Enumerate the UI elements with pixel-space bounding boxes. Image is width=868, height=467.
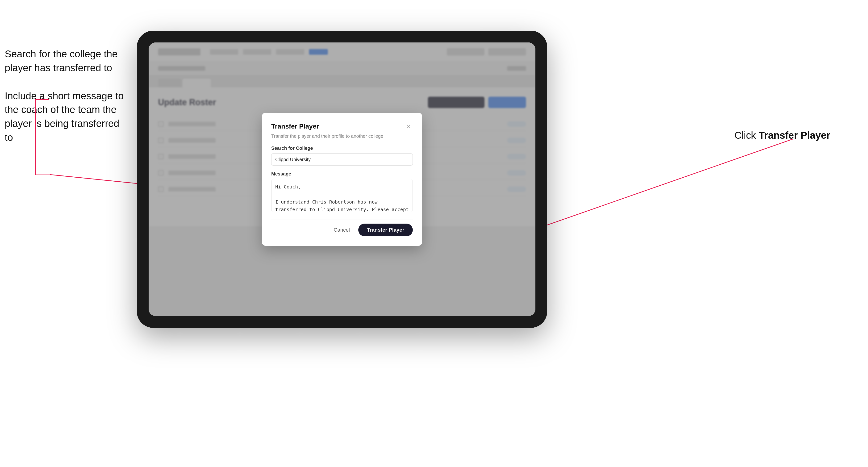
- svg-line-2: [538, 139, 793, 228]
- annotation-line2: Include a short message to the coach of …: [5, 89, 127, 145]
- left-annotation: Search for the college the player has tr…: [5, 47, 127, 159]
- modal-subtitle: Transfer the player and their profile to…: [271, 133, 413, 139]
- modal-close-button[interactable]: ×: [404, 122, 413, 131]
- annotation-line1: Search for the college the player has tr…: [5, 47, 127, 75]
- message-label: Message: [271, 171, 413, 177]
- annotation-right-bold: Transfer Player: [758, 130, 830, 141]
- transfer-player-button[interactable]: Transfer Player: [358, 224, 413, 236]
- message-textarea[interactable]: Hi Coach, I understand Chris Robertson h…: [271, 179, 413, 212]
- bracket-top: [35, 99, 49, 100]
- annotation-right-text: Click: [735, 130, 759, 141]
- modal-footer: Cancel Transfer Player: [271, 220, 413, 236]
- college-label: Search for College: [271, 146, 413, 151]
- modal-header: Transfer Player ×: [271, 122, 413, 131]
- modal-title: Transfer Player: [271, 123, 319, 130]
- tablet-screen: Update Roster: [149, 42, 535, 316]
- college-search-input[interactable]: [271, 153, 413, 165]
- transfer-player-modal: Transfer Player × Transfer the player an…: [262, 113, 422, 246]
- right-annotation: Click Transfer Player: [735, 130, 830, 141]
- cancel-button[interactable]: Cancel: [330, 224, 353, 236]
- tablet-device: Update Roster: [137, 31, 547, 328]
- bracket-bottom: [35, 175, 49, 175]
- bracket-vertical: [35, 99, 36, 175]
- modal-overlay: Transfer Player × Transfer the player an…: [149, 42, 535, 316]
